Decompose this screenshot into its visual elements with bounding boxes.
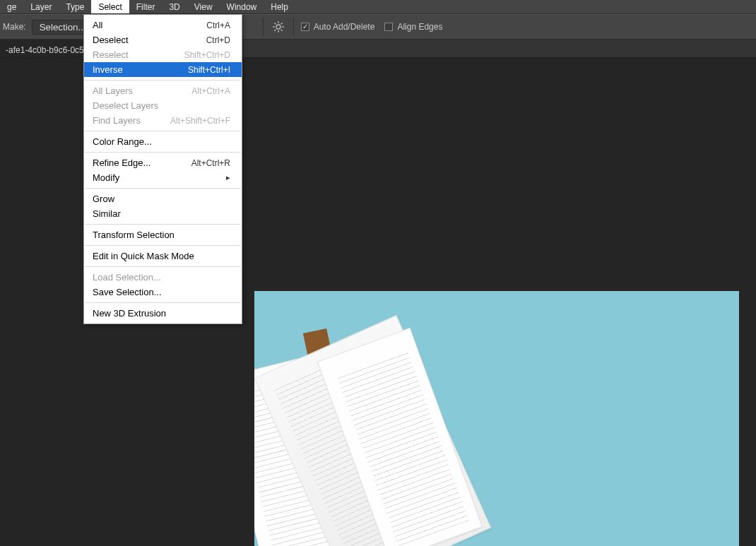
menu-item-color-range[interactable]: Color Range... xyxy=(84,134,242,149)
select-menu-dropdown: AllCtrl+ADeselectCtrl+DReselectShift+Ctr… xyxy=(83,14,242,324)
menu-item-label: Transform Selection xyxy=(93,230,175,240)
svg-line-7 xyxy=(274,30,276,31)
separator xyxy=(263,18,264,36)
svg-point-0 xyxy=(276,25,280,29)
menu-item-shortcut: Ctrl+A xyxy=(206,20,230,30)
menu-item-label: Reselect xyxy=(93,49,129,60)
menu-item-transform-selection[interactable]: Transform Selection xyxy=(84,227,242,242)
menu-item-label: Refine Edge... xyxy=(93,158,150,168)
menu-item-label: Deselect Layers xyxy=(93,100,158,111)
menu-item-save-selection[interactable]: Save Selection... xyxy=(84,285,242,299)
menu-item-shortcut: Ctrl+D xyxy=(206,35,230,45)
menu-filter[interactable]: Filter xyxy=(129,0,163,13)
menu-item-shortcut: Alt+Shift+Ctrl+F xyxy=(170,116,230,126)
menu-ge[interactable]: ge xyxy=(0,0,23,13)
menu-item-edit-in-quick-mask-mode[interactable]: Edit in Quick Mask Mode xyxy=(84,249,242,263)
canvas[interactable] xyxy=(254,291,739,546)
menu-item-all[interactable]: AllCtrl+A xyxy=(84,18,242,32)
menu-item-shortcut: Shift+Ctrl+I xyxy=(188,65,230,75)
menu-separator xyxy=(85,131,241,131)
menu-help[interactable]: Help xyxy=(264,0,295,13)
menu-separator xyxy=(85,245,241,246)
svg-line-5 xyxy=(274,23,276,24)
menu-layer[interactable]: Layer xyxy=(23,0,59,13)
menu-item-reselect: ReselectShift+Ctrl+D xyxy=(84,47,242,62)
menu-separator xyxy=(85,302,241,303)
menu-item-similar[interactable]: Similar xyxy=(84,206,242,221)
menu-item-all-layers: All LayersAlt+Ctrl+A xyxy=(84,83,242,98)
auto-add-delete-checkbox[interactable]: Auto Add/Delete xyxy=(301,22,375,32)
menu-item-load-selection: Load Selection... xyxy=(84,270,242,285)
menu-item-label: Similar xyxy=(93,208,121,219)
checkbox-icon xyxy=(301,23,309,31)
auto-add-delete-label: Auto Add/Delete xyxy=(314,22,375,32)
separator xyxy=(293,18,294,36)
align-edges-label: Align Edges xyxy=(397,22,442,32)
make-label: Make: xyxy=(0,22,26,32)
document-tab-label: -afe1-4c0b-b9c6-0c50 xyxy=(6,45,88,55)
menu-type[interactable]: Type xyxy=(59,0,91,13)
menu-select[interactable]: Select xyxy=(91,0,129,13)
svg-line-8 xyxy=(280,23,282,24)
menu-bar: geLayerTypeSelectFilter3DViewWindowHelp xyxy=(0,0,756,14)
checkbox-icon xyxy=(384,23,393,31)
menu-item-new-3d-extrusion[interactable]: New 3D Extrusion xyxy=(84,306,242,321)
menu-separator xyxy=(85,188,241,189)
align-edges-checkbox[interactable]: Align Edges xyxy=(384,22,442,32)
menu-item-deselect-layers: Deselect Layers xyxy=(84,98,242,113)
gear-icon[interactable] xyxy=(271,19,286,35)
menu-item-label: Inverse xyxy=(93,64,123,75)
menu-item-label: Deselect xyxy=(93,35,129,45)
menu-item-label: Find Layers xyxy=(93,115,141,126)
menu-item-grow[interactable]: Grow xyxy=(84,191,242,206)
menu-separator xyxy=(85,266,241,267)
menu-item-inverse[interactable]: InverseShift+Ctrl+I xyxy=(84,62,242,77)
menu-item-label: Save Selection... xyxy=(93,287,162,297)
menu-view[interactable]: View xyxy=(187,0,220,13)
menu-item-label: Edit in Quick Mask Mode xyxy=(93,251,194,261)
menu-item-label: Load Selection... xyxy=(93,272,161,283)
menu-item-label: Grow xyxy=(93,194,114,204)
menu-separator xyxy=(85,152,241,153)
menu-separator xyxy=(85,80,241,81)
menu-item-modify[interactable]: Modify xyxy=(84,170,242,185)
svg-line-6 xyxy=(280,30,282,31)
menu-separator xyxy=(85,224,241,225)
menu-3d[interactable]: 3D xyxy=(162,0,187,13)
book-illustration xyxy=(254,291,573,546)
menu-item-label: New 3D Extrusion xyxy=(93,308,166,319)
menu-item-label: Color Range... xyxy=(93,136,152,147)
menu-item-deselect[interactable]: DeselectCtrl+D xyxy=(84,32,242,47)
menu-item-find-layers: Find LayersAlt+Shift+Ctrl+F xyxy=(84,113,242,128)
menu-item-shortcut: Alt+Ctrl+A xyxy=(191,86,230,96)
menu-item-label: Modify xyxy=(93,172,119,183)
menu-item-shortcut: Shift+Ctrl+D xyxy=(184,50,230,60)
menu-item-shortcut: Alt+Ctrl+R xyxy=(191,158,230,168)
menu-window[interactable]: Window xyxy=(220,0,264,13)
menu-item-label: All Layers xyxy=(93,85,133,96)
menu-item-refine-edge[interactable]: Refine Edge...Alt+Ctrl+R xyxy=(84,155,242,170)
menu-item-label: All xyxy=(93,20,102,30)
